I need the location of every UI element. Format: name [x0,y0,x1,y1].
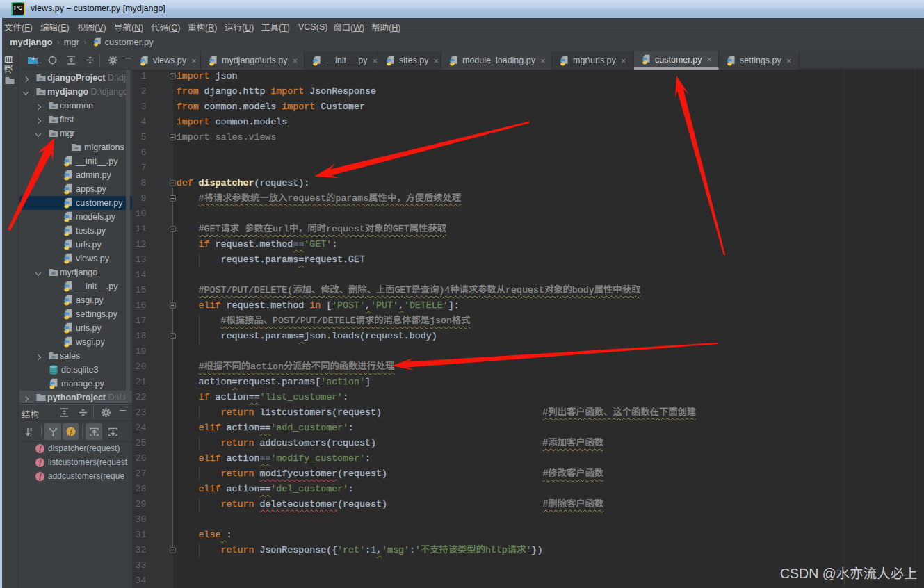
svg-text:z: z [29,432,32,436]
svg-text:a: a [29,427,32,432]
